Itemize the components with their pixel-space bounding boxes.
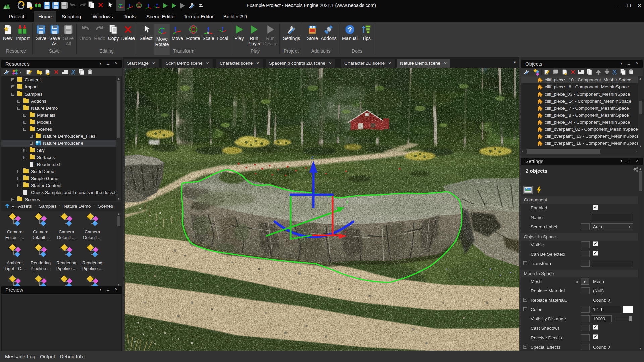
svg-text:z: z xyxy=(311,155,313,160)
svg-text:y: y xyxy=(346,199,348,204)
svg-text:?: ? xyxy=(348,26,352,33)
svg-text:x: x xyxy=(344,229,346,234)
